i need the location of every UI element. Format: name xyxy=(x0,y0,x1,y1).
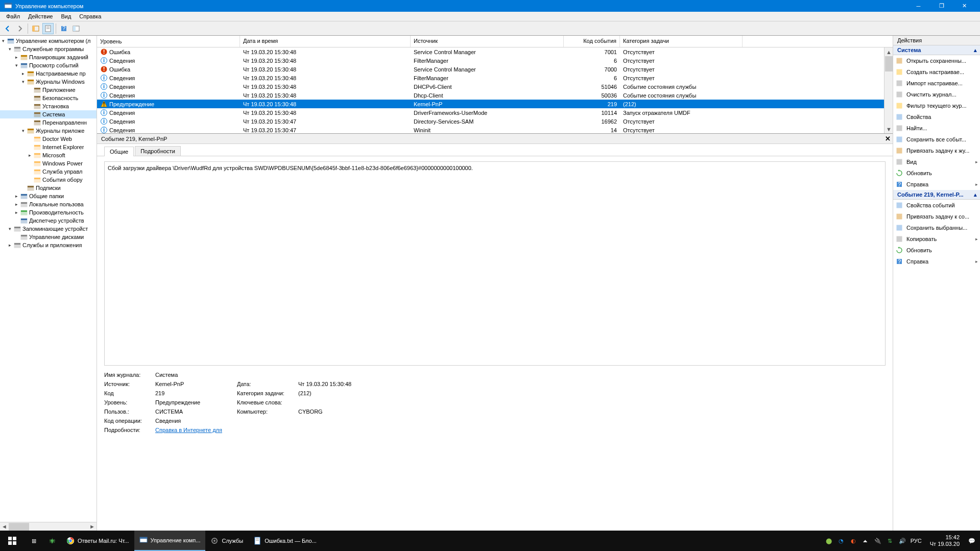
column-eventid[interactable]: Код события xyxy=(564,36,620,47)
menu-file[interactable]: Файл xyxy=(2,12,24,20)
action-item[interactable]: Свойства xyxy=(893,111,980,123)
event-row[interactable]: iСведенияЧт 19.03.20 15:30:48Dhcp-Client… xyxy=(97,91,893,100)
forward-button[interactable] xyxy=(14,23,26,34)
expander-icon[interactable]: ▾ xyxy=(7,226,13,231)
tray-usb-icon[interactable]: ⇅ xyxy=(886,537,894,545)
tab-general[interactable]: Общие xyxy=(104,147,134,156)
expander-icon[interactable]: ▸ xyxy=(27,153,33,158)
notifications-icon[interactable]: 💬 xyxy=(968,537,976,545)
expander-icon[interactable]: ▸ xyxy=(20,71,27,76)
action-item[interactable]: Найти... xyxy=(893,123,980,134)
event-row[interactable]: iСведенияЧт 19.03.20 15:30:48FilterManag… xyxy=(97,56,893,65)
tree-item[interactable]: ▸Службы и приложения xyxy=(0,241,97,249)
back-button[interactable] xyxy=(2,23,13,34)
tray-icon[interactable]: ◐ xyxy=(849,537,857,545)
action-item[interactable]: Сохранить все событ... xyxy=(893,134,980,145)
event-row[interactable]: !ПредупреждениеЧт 19.03.20 15:30:48Kerne… xyxy=(97,100,893,108)
action-item[interactable]: Привязать задачу к жу... xyxy=(893,145,980,156)
event-row[interactable]: iСведенияЧт 19.03.20 15:30:47Wininit14От… xyxy=(97,126,893,133)
tree-item[interactable]: Безопасность xyxy=(0,94,97,102)
menu-action[interactable]: Действие xyxy=(24,12,57,20)
minimize-button[interactable]: ─ xyxy=(907,0,930,12)
event-row[interactable]: iСведенияЧт 19.03.20 15:30:48DHCPv6-Clie… xyxy=(97,82,893,91)
column-level[interactable]: Уровень xyxy=(97,36,240,47)
tray-network-icon[interactable]: 🔌 xyxy=(874,537,882,545)
tree-item[interactable]: Служба управл xyxy=(0,167,97,176)
tree-item[interactable]: Windows Power xyxy=(0,159,97,167)
tree-item[interactable]: ▸Планировщик заданий xyxy=(0,53,97,61)
tree-item[interactable]: Управление дисками xyxy=(0,233,97,241)
moreinfo-link[interactable]: Справка в Интернете для xyxy=(155,427,232,433)
tree-item[interactable]: ▸Производительность xyxy=(0,208,97,217)
show-hide-tree-button[interactable] xyxy=(30,23,41,34)
close-button[interactable]: ✕ xyxy=(953,0,976,12)
event-list-vertical-scrollbar[interactable]: ▲▼ xyxy=(884,47,893,133)
tree-item[interactable]: ▸Microsoft xyxy=(0,151,97,159)
menu-view[interactable]: Вид xyxy=(57,12,75,20)
action-item[interactable]: ?Справка▸ xyxy=(893,179,980,190)
taskview-button[interactable]: ⊞ xyxy=(25,531,43,551)
tree-item[interactable]: ▾Управление компьютером (л xyxy=(0,37,97,45)
expander-icon[interactable]: ▸ xyxy=(13,210,20,215)
event-row[interactable]: iСведенияЧт 19.03.20 15:30:48FilterManag… xyxy=(97,74,893,82)
action-item[interactable]: Фильтр текущего жур... xyxy=(893,100,980,111)
drweb-tray-icon[interactable]: 🕷 xyxy=(43,531,61,551)
tray-icon[interactable]: ⬤ xyxy=(825,537,833,545)
column-category[interactable]: Категория задачи xyxy=(620,36,743,47)
expander-icon[interactable]: ▾ xyxy=(0,38,7,43)
event-row[interactable]: !ОшибкаЧт 19.03.20 15:30:48Service Contr… xyxy=(97,65,893,74)
tree-item[interactable]: Doctor Web xyxy=(0,135,97,143)
expander-icon[interactable]: ▾ xyxy=(13,63,20,68)
refresh-button[interactable] xyxy=(70,23,82,34)
tree-item[interactable]: Диспетчер устройств xyxy=(0,217,97,225)
action-item[interactable]: Свойства событий xyxy=(893,200,980,211)
expander-icon[interactable]: ▸ xyxy=(7,243,13,248)
action-item[interactable]: Привязать задачу к со... xyxy=(893,211,980,222)
taskbar-item[interactable]: Ошибка.txt — Бло... xyxy=(248,531,322,551)
menu-help[interactable]: Справка xyxy=(75,12,105,20)
tree-item[interactable]: ▸Общие папки xyxy=(0,192,97,200)
tree-item[interactable]: ▾Журналы приложе xyxy=(0,127,97,135)
tree-item[interactable]: ▾Журналы Windows xyxy=(0,78,97,86)
start-button[interactable] xyxy=(0,531,25,551)
expander-icon[interactable]: ▸ xyxy=(13,55,20,60)
action-item[interactable]: Импорт настраивае... xyxy=(893,78,980,89)
tree-item[interactable]: Подписки xyxy=(0,184,97,192)
event-row[interactable]: iСведенияЧт 19.03.20 15:30:48DriverFrame… xyxy=(97,108,893,117)
action-item[interactable]: Создать настраивае... xyxy=(893,66,980,78)
action-item[interactable]: Обновить xyxy=(893,167,980,179)
event-row[interactable]: iСведенияЧт 19.03.20 15:30:47Directory-S… xyxy=(97,117,893,126)
tree-item[interactable]: ▸Настраиваемые пр xyxy=(0,69,97,78)
action-item[interactable]: Сохранить выбранны... xyxy=(893,222,980,233)
action-item[interactable]: Очистить журнал... xyxy=(893,89,980,100)
column-source[interactable]: Источник xyxy=(411,36,564,47)
tree-item[interactable]: ▸Локальные пользова xyxy=(0,200,97,208)
tree-item[interactable]: Приложение xyxy=(0,86,97,94)
action-item[interactable]: Копировать▸ xyxy=(893,233,980,245)
tree-horizontal-scrollbar[interactable]: ◄► xyxy=(0,522,97,531)
tree-item[interactable]: ▾Просмотр событий xyxy=(0,61,97,69)
column-date[interactable]: Дата и время xyxy=(240,36,411,47)
help-button[interactable]: ? xyxy=(58,23,69,34)
expander-icon[interactable]: ▾ xyxy=(7,46,13,52)
tree-item[interactable]: ▾Служебные программы xyxy=(0,45,97,53)
tree-item[interactable]: Установка xyxy=(0,102,97,110)
tab-details[interactable]: Подробности xyxy=(135,146,181,156)
tray-volume-icon[interactable]: 🔊 xyxy=(898,537,906,545)
tray-icon[interactable]: ◔ xyxy=(837,537,845,545)
properties-button[interactable] xyxy=(42,23,54,34)
action-item[interactable]: Открыть сохраненны... xyxy=(893,55,980,66)
maximize-button[interactable]: ❐ xyxy=(930,0,953,12)
taskbar-item[interactable]: Службы xyxy=(205,531,248,551)
detail-close-button[interactable]: ✕ xyxy=(885,135,891,142)
tree-item[interactable]: ▾Запоминающие устройст xyxy=(0,225,97,233)
expander-icon[interactable]: ▸ xyxy=(13,202,20,207)
action-item[interactable]: Вид▸ xyxy=(893,156,980,167)
taskbar-item[interactable]: Ответы Mail.ru: Чт... xyxy=(61,531,134,551)
expander-icon[interactable]: ▸ xyxy=(13,194,20,199)
tray-language[interactable]: РУС xyxy=(911,538,922,544)
expander-icon[interactable]: ▾ xyxy=(20,79,27,84)
tree-item[interactable]: События обору xyxy=(0,176,97,184)
tree-item[interactable]: Перенаправленн xyxy=(0,118,97,127)
taskbar-clock[interactable]: 15:42 Чт 19.03.20 xyxy=(926,534,964,547)
